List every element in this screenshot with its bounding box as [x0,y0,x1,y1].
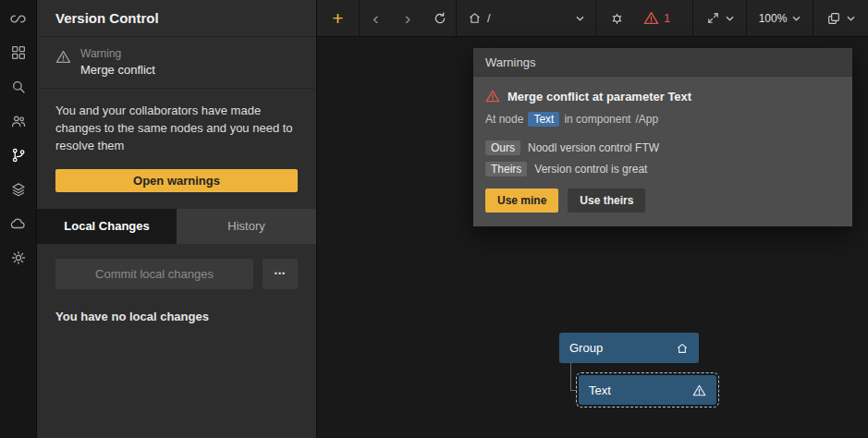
component-path: /App [635,113,658,126]
toolbar-breadcrumb-group: / [457,0,596,36]
location-middle: in component [564,113,630,126]
sidebar-item-settings[interactable] [8,249,29,267]
warnings-popup-body: Merge conflict at parameter Text At node… [473,77,852,226]
sidebar-item-version-control[interactable] [8,146,29,164]
sidebar-item-collaboration[interactable] [8,112,29,130]
component-breadcrumb[interactable]: / [468,0,584,36]
ellipsis-icon: ••• [275,269,286,278]
theirs-row: Theirs Version control is great [485,162,840,176]
refresh-button[interactable] [423,0,456,36]
chevron-left-icon: ‹ [373,9,378,27]
git-branch-icon [10,147,27,164]
home-icon [468,11,482,25]
warning-triangle-icon [643,10,659,26]
ours-badge: Ours [485,140,520,155]
windows-button[interactable] [826,0,855,36]
conflict-description: You and your collaborators have made cha… [37,89,316,155]
tab-local-changes[interactable]: Local Changes [37,209,177,244]
sidebar-item-components[interactable] [8,43,29,62]
warning-summary: Warning Merge conflict [37,37,316,89]
ours-row: Ours Noodl version control FTW [485,140,840,155]
toolbar-add-group: + [317,0,360,36]
no-local-changes-message: You have no local changes [55,310,298,323]
chevron-down-icon [576,16,584,21]
warnings-indicator-button[interactable]: 1 [643,0,670,36]
warning-count: 1 [664,11,670,25]
warnings-popup: Warnings Merge conflict at parameter Tex… [473,48,852,226]
toolbar-zoom-group: 100% [747,0,813,36]
nav-forward-button[interactable]: › [392,0,424,36]
toolbar-windows-group [813,0,868,36]
warning-triangle-icon [692,383,706,397]
preview-expand-button[interactable] [706,0,734,36]
panel-tabs: Local Changes History [37,209,316,244]
activity-bar [0,0,37,438]
open-warnings-button[interactable]: Open warnings [55,169,298,192]
canvas-node-text[interactable]: Text [579,375,716,405]
sidebar-item-search[interactable] [8,78,29,96]
node-connector-horizontal [570,390,577,391]
chevron-down-icon [847,16,855,21]
sidebar-item-home[interactable] [8,9,29,28]
zoom-level: 100% [759,12,788,25]
warning-item-title: Merge conflict at parameter Text [507,90,691,103]
ours-value: Noodl version control FTW [528,141,659,154]
bug-icon [609,10,625,26]
zoom-control[interactable]: 100% [759,0,801,36]
use-theirs-button[interactable]: Use theirs [568,189,645,213]
node-label: Text [589,383,611,397]
node-label: Group [569,341,603,355]
canvas-node-group[interactable]: Group [559,333,699,363]
noodl-logo-icon [9,10,27,28]
gear-icon [10,249,27,266]
tab-history[interactable]: History [177,209,316,244]
people-icon [10,113,27,129]
nav-back-button[interactable]: ‹ [360,0,392,36]
warning-triangle-icon [55,49,71,65]
toolbar-debug-group: 1 [596,0,693,36]
version-control-panel: Version Control Warning Merge conflict Y… [37,0,317,438]
commit-local-changes-button[interactable]: Commit local changes [55,259,253,289]
warning-triangle-icon [485,89,500,103]
conflict-actions: Use mine Use theirs [485,189,840,213]
breadcrumb-path: / [487,11,491,25]
layers-icon [10,181,27,198]
cloud-icon [10,215,27,232]
toolbar-preview-group [693,0,747,36]
warning-label: Warning [80,47,155,60]
chevron-down-icon [792,16,801,21]
use-mine-button[interactable]: Use mine [485,189,558,213]
warnings-popup-title: Warnings [473,48,852,77]
expand-icon [706,11,720,25]
commit-row: Commit local changes ••• [55,259,298,289]
debug-button[interactable] [609,0,625,36]
toolbar-nav-group: ‹ › [360,0,457,36]
node-connector-vertical [570,363,571,391]
warning-summary-text: Warning Merge conflict [80,47,155,77]
windows-icon [826,11,841,26]
plus-icon: + [332,8,343,28]
components-grid-icon [10,44,27,61]
warning-item-header: Merge conflict at parameter Text [485,89,840,103]
chevron-right-icon: › [405,9,410,27]
panel-title: Version Control [37,0,316,37]
home-icon [676,342,689,355]
noodl-editor-window: Version Control Warning Merge conflict Y… [0,0,868,438]
sidebar-item-cloud-functions[interactable] [8,214,29,233]
theirs-badge: Theirs [485,162,527,176]
sidebar-item-modules[interactable] [8,180,29,199]
warning-message: Merge conflict [80,63,155,77]
search-icon [10,79,27,95]
more-options-button[interactable]: ••• [263,259,298,289]
canvas-toolbar: + ‹ › [317,0,868,37]
location-prefix: At node [485,113,523,126]
chevron-down-icon [726,16,734,21]
refresh-icon [433,11,447,26]
add-node-button[interactable]: + [332,0,343,36]
theirs-value: Version control is great [534,163,647,176]
warning-location: At node Text in component /App [485,112,840,127]
node-name-token: Text [528,112,559,127]
